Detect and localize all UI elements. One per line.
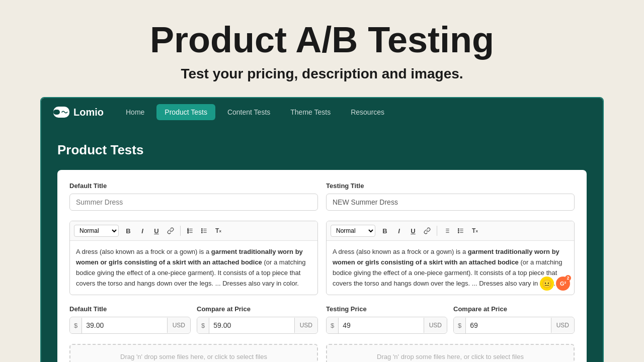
ordered-list-btn-testing[interactable] <box>440 224 453 237</box>
clear-format-btn-testing[interactable]: Tx <box>468 224 481 237</box>
default-title-group: Default Title <box>69 182 318 211</box>
testing-editor-group: Normal Heading 1 Heading 2 B I U <box>326 221 575 295</box>
divider-1 <box>180 226 181 236</box>
compare-price-input-1[interactable] <box>209 317 294 333</box>
default-title-input[interactable] <box>69 194 318 211</box>
testing-title-label: Testing Title <box>326 182 575 190</box>
desc-prefix-default: A dress (also known as a frock or a gown… <box>76 248 211 255</box>
svg-point-20 <box>458 230 459 231</box>
g2-super: 2 <box>565 275 571 281</box>
default-price-currency: USD <box>167 318 190 333</box>
link-btn-testing[interactable] <box>421 224 434 237</box>
default-editor: Normal Heading 1 Heading 2 B I U <box>69 221 318 295</box>
nav-theme-tests[interactable]: Theme Tests <box>282 104 339 120</box>
compare-price-label-2: Compare at Price <box>453 305 575 313</box>
ordered-list-btn-default[interactable]: 123 <box>184 224 197 237</box>
testing-price-input-wrapper: $ USD <box>326 317 447 334</box>
app-container: Lomio Home Product Tests Content Tests T… <box>40 97 604 362</box>
desc-prefix-testing: A dress (also known as a frock or a gown… <box>333 248 468 255</box>
logo-icon <box>53 107 69 118</box>
svg-point-11 <box>201 230 202 231</box>
default-price-input-wrapper: $ USD <box>69 317 191 334</box>
underline-btn-testing[interactable]: U <box>407 224 420 237</box>
unordered-list-btn-testing[interactable] <box>454 224 467 237</box>
underline-btn-default[interactable]: U <box>150 224 163 237</box>
emoji-badge: 😐 <box>540 277 554 291</box>
compare-price-currency-1: USD <box>294 318 317 333</box>
testing-editor-body[interactable]: A dress (also known as a frock or a gown… <box>327 241 574 295</box>
testing-title-input[interactable] <box>326 194 575 211</box>
hero-subtitle: Test your pricing, description and image… <box>10 66 634 82</box>
compare-price-group-1: Compare at Price $ USD <box>197 305 318 334</box>
product-test-card: Default Title Testing Title Normal <box>57 170 587 362</box>
svg-point-12 <box>201 232 202 233</box>
italic-btn-testing[interactable]: I <box>392 224 406 237</box>
testing-dropzone[interactable]: Drag 'n' drop some files here, or click … <box>326 344 575 362</box>
navbar: Lomio Home Product Tests Content Tests T… <box>41 98 603 126</box>
nav-content-tests[interactable]: Content Tests <box>219 104 278 120</box>
compare-price-currency-2: USD <box>551 318 574 333</box>
italic-btn-default[interactable]: I <box>136 224 149 237</box>
compare-price-symbol-2: $ <box>454 318 466 333</box>
default-price-input[interactable] <box>82 317 167 333</box>
main-content: Product Tests Default Title Testing Titl… <box>41 126 603 362</box>
testing-editor-toolbar: Normal Heading 1 Heading 2 B I U <box>327 221 574 241</box>
testing-price-symbol: $ <box>327 318 339 333</box>
default-editor-body[interactable]: A dress (also known as a frock or a gown… <box>70 241 317 295</box>
format-select-default[interactable]: Normal Heading 1 Heading 2 <box>74 225 119 237</box>
hero-section: Product A/B Testing Test your pricing, d… <box>0 0 644 97</box>
default-price-label: Default Title <box>69 305 191 313</box>
bold-btn-testing[interactable]: B <box>378 224 391 237</box>
testing-price-input[interactable] <box>339 317 423 333</box>
compare-price-input-wrapper-1: $ USD <box>197 317 318 334</box>
hero-title: Product A/B Testing <box>10 20 634 60</box>
clear-format-btn-default[interactable]: Tx <box>212 224 225 237</box>
editor-badges: 😐 G² 2 <box>540 277 570 291</box>
default-dropzone[interactable]: Drag 'n' drop some files here, or click … <box>69 344 318 362</box>
titles-row: Default Title Testing Title <box>69 182 575 211</box>
compare-price-symbol-1: $ <box>197 318 209 333</box>
default-editor-toolbar: Normal Heading 1 Heading 2 B I U <box>70 221 317 241</box>
link-btn-default[interactable] <box>164 224 177 237</box>
editors-row: Normal Heading 1 Heading 2 B I U <box>69 221 575 295</box>
nav-resources[interactable]: Resources <box>343 104 392 120</box>
divider-2 <box>437 226 437 236</box>
unordered-list-btn-default[interactable] <box>198 224 211 237</box>
testing-price-currency: USD <box>424 318 447 333</box>
page-title: Product Tests <box>57 142 587 158</box>
default-dropzone-text: Drag 'n' drop some files here, or click … <box>120 353 267 360</box>
testing-dropzone-text: Drag 'n' drop some files here, or click … <box>377 353 524 360</box>
testing-title-group: Testing Title <box>326 182 575 211</box>
svg-point-21 <box>458 232 459 233</box>
g2-badge: G² 2 <box>556 277 570 291</box>
testing-prices: Testing Price $ USD Compare at Price $ U… <box>326 305 575 334</box>
default-editor-group: Normal Heading 1 Heading 2 B I U <box>69 221 318 295</box>
svg-text:3: 3 <box>188 232 189 234</box>
format-select-testing[interactable]: Normal Heading 1 Heading 2 <box>331 225 375 237</box>
default-price-symbol: $ <box>70 318 82 333</box>
compare-price-group-2: Compare at Price $ USD <box>453 305 575 334</box>
testing-price-label: Testing Price <box>326 305 447 313</box>
logo-text: Lomio <box>73 107 104 118</box>
nav-product-tests[interactable]: Product Tests <box>156 104 215 120</box>
compare-price-input-2[interactable] <box>466 317 550 333</box>
svg-point-19 <box>458 229 459 230</box>
default-prices: Default Title $ USD Compare at Price $ U… <box>69 305 318 334</box>
nav-home[interactable]: Home <box>118 104 152 120</box>
default-title-label: Default Title <box>69 182 318 190</box>
default-price-group: Default Title $ USD <box>69 305 191 334</box>
dropzone-row: Drag 'n' drop some files here, or click … <box>69 344 575 362</box>
prices-row: Default Title $ USD Compare at Price $ U… <box>69 305 575 334</box>
compare-price-label-1: Compare at Price <box>197 305 318 313</box>
testing-editor: Normal Heading 1 Heading 2 B I U <box>326 221 575 295</box>
compare-price-input-wrapper-2: $ USD <box>453 317 575 334</box>
testing-price-group: Testing Price $ USD <box>326 305 447 334</box>
bold-btn-default[interactable]: B <box>122 224 135 237</box>
svg-point-10 <box>201 229 202 230</box>
logo[interactable]: Lomio <box>53 107 104 118</box>
